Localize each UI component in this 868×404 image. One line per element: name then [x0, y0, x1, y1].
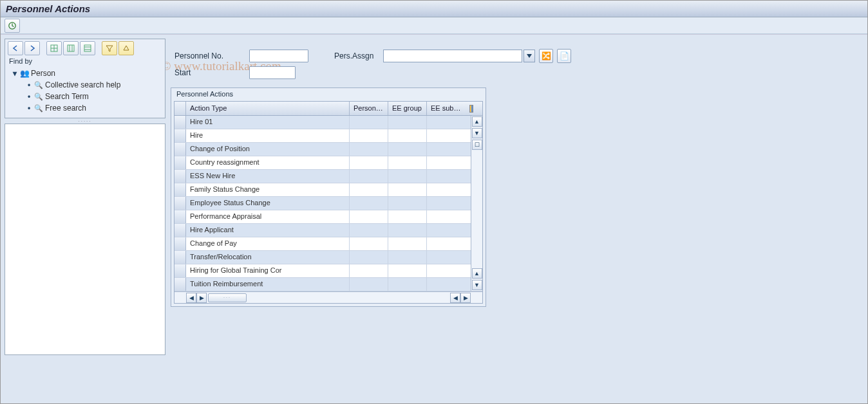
row-selector[interactable]	[175, 210, 186, 223]
grid-hscroll[interactable]: ◀ ▶ ··· ◀ ▶	[175, 291, 482, 303]
cell-ee-group[interactable]	[388, 197, 427, 210]
cell-ee-group[interactable]	[388, 143, 427, 156]
row-selector[interactable]	[175, 183, 186, 196]
scroll-down-button[interactable]: ▼	[472, 280, 482, 290]
table-row[interactable]: Country reassignment	[175, 156, 482, 170]
cell-ee-subg[interactable]	[427, 143, 466, 156]
split-handle[interactable]: ·····	[5, 118, 165, 124]
nav-back-button[interactable]	[8, 41, 23, 55]
scroll-right-step-button[interactable]: ▶	[196, 293, 207, 303]
tree-node-search-term[interactable]: • Search Term	[22, 91, 162, 102]
table-row[interactable]: Employee Status Change	[175, 197, 482, 210]
table-row[interactable]: Performance Appraisal	[175, 210, 482, 224]
cell-ee-subg[interactable]	[427, 237, 466, 250]
cell-personnel[interactable]	[350, 129, 388, 142]
row-selector[interactable]	[175, 116, 186, 129]
cell-ee-group[interactable]	[388, 116, 427, 129]
scroll-left-end-button[interactable]: ◀	[450, 293, 460, 303]
nav-tool-3-button[interactable]	[80, 41, 95, 55]
cell-personnel[interactable]	[350, 156, 388, 169]
table-row[interactable]: Tuition Reimbursement	[175, 278, 482, 291]
cell-ee-group[interactable]	[388, 264, 427, 277]
tree-node-collective-search[interactable]: • Collective search help	[22, 79, 162, 91]
hscroll-thumb[interactable]: ···	[208, 293, 247, 302]
tree-node-free-search[interactable]: • Free search	[22, 102, 162, 114]
assignment-detail-button[interactable]: 📄	[557, 49, 571, 63]
cell-ee-subg[interactable]	[427, 183, 466, 196]
pers-assgn-combo[interactable]	[383, 50, 535, 62]
cell-ee-subg[interactable]	[427, 278, 466, 291]
cell-ee-subg[interactable]	[427, 197, 466, 210]
execute-button[interactable]	[5, 19, 20, 33]
cell-ee-subg[interactable]	[427, 170, 466, 183]
scroll-right-button[interactable]: ▶	[460, 293, 471, 303]
row-selector[interactable]	[175, 170, 186, 183]
cell-ee-subg[interactable]	[427, 156, 466, 169]
table-row[interactable]: Family Status Change	[175, 183, 482, 197]
table-row[interactable]: Change of Pay	[175, 237, 482, 251]
cell-ee-subg[interactable]	[427, 224, 466, 237]
scroll-left-button[interactable]: ◀	[186, 293, 196, 303]
scroll-up-end-button[interactable]: ▲	[472, 268, 482, 279]
cell-ee-group[interactable]	[388, 210, 427, 223]
row-selector[interactable]	[175, 129, 186, 142]
table-row[interactable]: Hiring for Global Training Cor	[175, 264, 482, 278]
cell-personnel[interactable]	[350, 224, 388, 237]
cell-ee-group[interactable]	[388, 183, 427, 196]
cell-ee-group[interactable]	[388, 129, 427, 142]
cell-personnel[interactable]	[350, 278, 388, 291]
row-selector[interactable]	[175, 156, 186, 169]
cell-personnel[interactable]	[350, 183, 388, 196]
scroll-down-step-button[interactable]: ▼	[472, 128, 482, 138]
cell-personnel[interactable]	[350, 116, 388, 129]
row-selector[interactable]	[175, 264, 186, 277]
cell-ee-group[interactable]	[388, 224, 427, 237]
table-row[interactable]: ESS New Hire	[175, 170, 482, 183]
pers-assgn-dropdown-button[interactable]	[524, 50, 535, 62]
row-selector[interactable]	[175, 197, 186, 210]
nav-sort-button[interactable]	[118, 41, 134, 55]
table-row[interactable]: Hire	[175, 129, 482, 143]
cell-personnel[interactable]	[350, 143, 388, 156]
col-action-type[interactable]: Action Type	[186, 102, 350, 115]
row-selector[interactable]	[175, 143, 186, 156]
grid-select-all[interactable]	[175, 102, 186, 115]
start-input[interactable]	[249, 66, 296, 79]
cell-ee-group[interactable]	[388, 251, 427, 264]
cell-ee-group[interactable]	[388, 156, 427, 169]
cell-ee-subg[interactable]	[427, 210, 466, 223]
cell-personnel[interactable]	[350, 170, 388, 183]
table-row[interactable]: Change of Position	[175, 143, 482, 156]
cell-ee-subg[interactable]	[427, 264, 466, 277]
table-row[interactable]: Hire 01	[175, 116, 482, 129]
cell-ee-subg[interactable]	[427, 116, 466, 129]
assignment-overview-button[interactable]: 🔀	[539, 49, 553, 63]
col-ee-group[interactable]: EE group	[388, 102, 427, 115]
personnel-no-input[interactable]	[249, 50, 308, 62]
cell-ee-group[interactable]	[388, 237, 427, 250]
nav-forward-button[interactable]	[24, 41, 40, 55]
col-ee-subg[interactable]: EE subg...	[427, 102, 466, 115]
col-config-button[interactable]	[466, 102, 477, 115]
nav-filter-button[interactable]	[102, 41, 117, 55]
nav-tool-2-button[interactable]	[63, 41, 79, 55]
cell-ee-subg[interactable]	[427, 129, 466, 142]
cell-personnel[interactable]	[350, 237, 388, 250]
expand-toggle-icon[interactable]: ▾	[12, 69, 18, 78]
table-row[interactable]: Transfer/Relocation	[175, 251, 482, 264]
col-personnel[interactable]: Personn...	[350, 102, 388, 115]
cell-ee-group[interactable]	[388, 278, 427, 291]
table-row[interactable]: Hire Applicant	[175, 224, 482, 237]
nav-tool-1-button[interactable]	[46, 41, 62, 55]
row-selector[interactable]	[175, 237, 186, 250]
cell-ee-subg[interactable]	[427, 251, 466, 264]
cell-personnel[interactable]	[350, 264, 388, 277]
cell-personnel[interactable]	[350, 210, 388, 223]
cell-ee-group[interactable]	[388, 170, 427, 183]
scroll-up-button[interactable]: ▲	[472, 116, 482, 127]
cell-personnel[interactable]	[350, 251, 388, 264]
row-selector[interactable]	[175, 278, 186, 291]
scroll-toggle[interactable]: ☐	[472, 140, 482, 150]
cell-personnel[interactable]	[350, 197, 388, 210]
row-selector[interactable]	[175, 224, 186, 237]
